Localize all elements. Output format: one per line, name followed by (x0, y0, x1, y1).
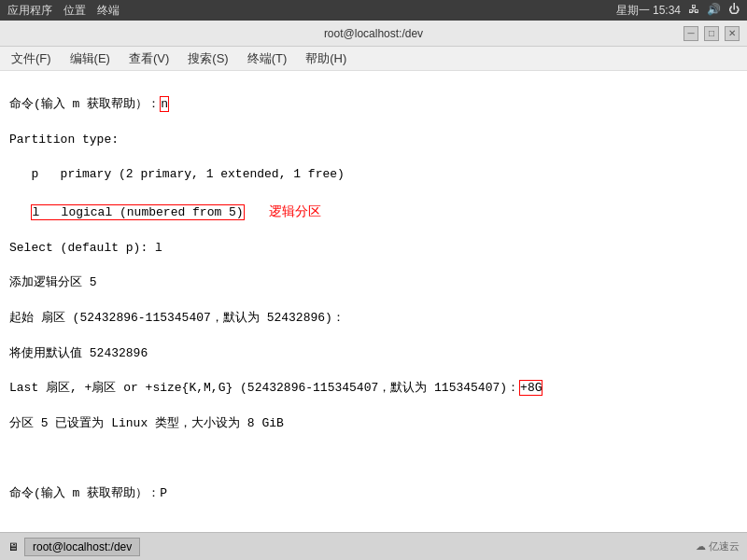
terminal-line-9: 分区 5 已设置为 Linux 类型，大小设为 8 GiB (9, 415, 738, 433)
terminal-icon: 🖥 (7, 540, 19, 553)
network-icon: 🖧 (688, 3, 699, 19)
terminal-content[interactable]: 命令(输入 m 获取帮助）：n Partition type: p primar… (0, 71, 747, 532)
maximize-button[interactable]: □ (704, 26, 719, 41)
terminal-line-8: Last 扇区, +扇区 or +size{K,M,G} (52432896-1… (9, 380, 738, 398)
terminal-line-1: 命令(输入 m 获取帮助）：n (9, 96, 738, 114)
terminal-menu[interactable]: 终端 (97, 3, 120, 19)
terminal-line-blank1 (9, 451, 738, 469)
window-title: root@localhost:/dev (63, 27, 684, 40)
clock: 星期一 15:34 (616, 3, 681, 19)
taskbar-brand: ☁ 亿速云 (696, 539, 740, 553)
system-bar-right: 星期一 15:34 🖧 🔊 ⏻ (616, 3, 740, 19)
taskbar-terminal-label: root@localhost:/dev (33, 540, 132, 553)
terminal-line-6: 起始 扇区 (52432896-115345407，默认为 52432896)： (9, 310, 738, 328)
menu-view[interactable]: 查看(V) (121, 49, 176, 69)
window-controls[interactable]: ─ □ ✕ (684, 26, 740, 41)
power-icon[interactable]: ⏻ (728, 3, 740, 19)
system-bar-left: 应用程序 位置 终端 (7, 3, 120, 19)
terminal-line-7: 将使用默认值 52432896 (9, 345, 738, 363)
location-menu[interactable]: 位置 (63, 3, 86, 19)
menu-bar: 文件(F) 编辑(E) 查看(V) 搜索(S) 终端(T) 帮助(H) (0, 47, 747, 71)
menu-file[interactable]: 文件(F) (4, 49, 59, 69)
terminal-line-2: Partition type: (9, 132, 738, 149)
annotation-logical: 逻辑分区 (269, 203, 321, 218)
system-bar: 应用程序 位置 终端 星期一 15:34 🖧 🔊 ⏻ (0, 0, 747, 21)
terminal-line-blank2 (9, 521, 738, 532)
terminal-line-4: l logical (numbered from 5) 逻辑分区 (9, 202, 738, 222)
menu-terminal[interactable]: 终端(T) (240, 49, 295, 69)
taskbar: 🖥 root@localhost:/dev ☁ 亿速云 (0, 532, 747, 560)
logical-line-highlight: l logical (numbered from 5) (31, 204, 244, 220)
menu-help[interactable]: 帮助(H) (298, 49, 354, 69)
app-menu[interactable]: 应用程序 (7, 3, 52, 19)
terminal-line-3: p primary (2 primary, 1 extended, 1 free… (9, 166, 738, 184)
terminal-line-10: 命令(输入 m 获取帮助）：P (9, 485, 738, 503)
menu-edit[interactable]: 编辑(E) (63, 49, 118, 69)
taskbar-terminal-item[interactable]: root@localhost:/dev (24, 538, 140, 556)
title-bar: root@localhost:/dev ─ □ ✕ (0, 21, 747, 47)
menu-search[interactable]: 搜索(S) (180, 49, 235, 69)
taskbar-left: 🖥 root@localhost:/dev (7, 538, 140, 556)
brand-label: 亿速云 (709, 540, 740, 552)
terminal-window: root@localhost:/dev ─ □ ✕ 文件(F) 编辑(E) 查看… (0, 21, 747, 532)
terminal-line-5: 添加逻辑分区 5 (9, 274, 738, 292)
input-n-highlight: n (160, 96, 169, 112)
input-8g-highlight: +8G (519, 380, 543, 396)
brand-icon: ☁ (696, 540, 706, 552)
volume-icon: 🔊 (707, 3, 721, 19)
minimize-button[interactable]: ─ (684, 26, 698, 41)
terminal-line-select: Select (default p): l (9, 240, 738, 258)
close-button[interactable]: ✕ (725, 26, 740, 41)
